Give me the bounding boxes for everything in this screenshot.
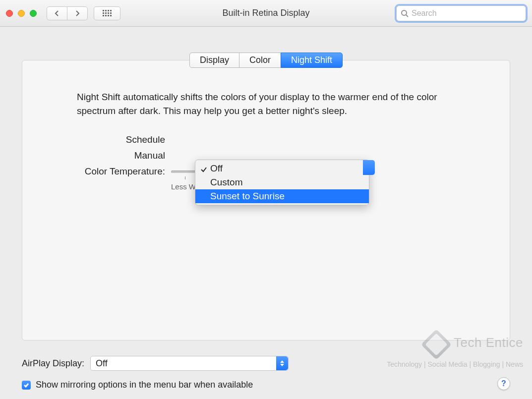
airplay-select[interactable]: Off bbox=[90, 356, 289, 371]
content-area: Display Color Night Shift Night Shift au… bbox=[0, 27, 532, 399]
mirroring-label: Show mirroring options in the menu bar w… bbox=[36, 380, 253, 390]
svg-point-0 bbox=[402, 10, 407, 15]
bottom-controls: AirPlay Display: Off Show mirroring opti… bbox=[22, 356, 510, 390]
nav-group bbox=[47, 6, 88, 20]
search-icon bbox=[401, 9, 409, 17]
mirroring-checkbox[interactable] bbox=[22, 381, 31, 390]
back-button[interactable] bbox=[47, 6, 67, 20]
forward-button[interactable] bbox=[67, 6, 88, 20]
check-icon bbox=[200, 165, 207, 171]
color-temperature-label: Color Temperature: bbox=[77, 166, 171, 177]
search-field[interactable] bbox=[396, 5, 526, 21]
schedule-option-sunset-to-sunrise[interactable]: Sunset to Sunrise bbox=[195, 189, 369, 203]
description-text: Night Shift automatically shifts the col… bbox=[77, 90, 455, 117]
chevron-left-icon bbox=[54, 10, 60, 16]
schedule-dropdown-menu[interactable]: Off Custom Sunset to Sunrise bbox=[195, 160, 369, 205]
tabs: Display Color Night Shift bbox=[22, 53, 510, 68]
select-stepper-icon bbox=[276, 356, 288, 370]
tab-color[interactable]: Color bbox=[239, 53, 281, 68]
help-icon: ? bbox=[501, 379, 506, 388]
schedule-option-off[interactable]: Off bbox=[195, 162, 369, 175]
show-all-button[interactable] bbox=[94, 6, 120, 20]
svg-line-1 bbox=[406, 15, 408, 17]
grid-icon bbox=[103, 10, 112, 16]
chevron-right-icon bbox=[74, 10, 80, 16]
schedule-label: Schedule bbox=[77, 134, 171, 145]
option-label: Sunset to Sunrise bbox=[210, 191, 285, 202]
close-window-button[interactable] bbox=[6, 10, 13, 17]
airplay-value: Off bbox=[96, 358, 108, 369]
schedule-option-custom[interactable]: Custom bbox=[195, 175, 369, 189]
checkmark-icon bbox=[23, 382, 29, 388]
zoom-window-button[interactable] bbox=[30, 10, 37, 17]
traffic-lights bbox=[6, 10, 37, 17]
manual-label: Manual bbox=[77, 150, 171, 161]
tab-display[interactable]: Display bbox=[189, 53, 239, 68]
window-toolbar: Built-in Retina Display bbox=[0, 0, 532, 27]
minimize-window-button[interactable] bbox=[18, 10, 25, 17]
help-button[interactable]: ? bbox=[497, 377, 510, 390]
option-label: Custom bbox=[210, 177, 242, 188]
tab-night-shift[interactable]: Night Shift bbox=[281, 53, 343, 68]
search-input[interactable] bbox=[412, 9, 522, 18]
option-label: Off bbox=[210, 163, 223, 174]
airplay-label: AirPlay Display: bbox=[22, 358, 84, 369]
